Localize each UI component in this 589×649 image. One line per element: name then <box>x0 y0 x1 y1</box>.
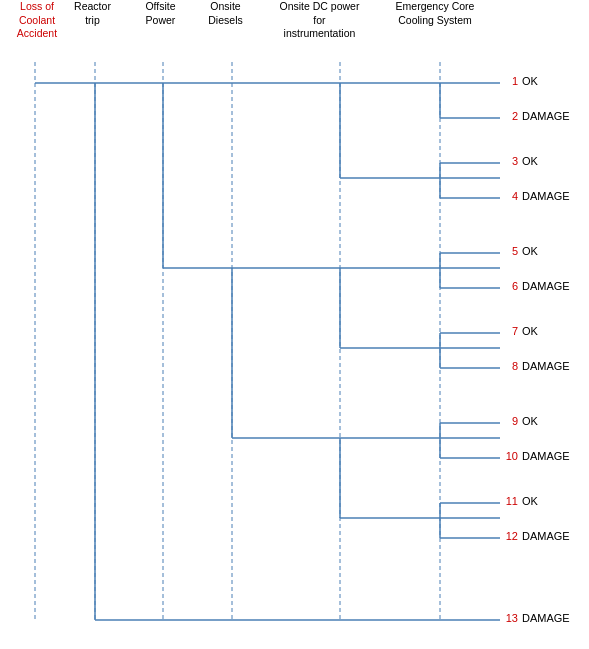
outcome-label-12: DAMAGE <box>522 530 570 542</box>
outcome-label-13: DAMAGE <box>522 612 570 624</box>
outcome-number-3: 3 <box>498 155 518 167</box>
outcome-number-8: 8 <box>498 360 518 372</box>
outcome-label-4: DAMAGE <box>522 190 570 202</box>
outcome-label-11: OK <box>522 495 538 507</box>
outcome-number-12: 12 <box>494 530 518 542</box>
outcome-label-1: OK <box>522 75 538 87</box>
outcome-number-11: 11 <box>494 495 518 507</box>
outcome-number-4: 4 <box>498 190 518 202</box>
outcome-number-1: 1 <box>498 75 518 87</box>
outcome-number-9: 9 <box>498 415 518 427</box>
outcome-label-8: DAMAGE <box>522 360 570 372</box>
outcome-number-10: 10 <box>494 450 518 462</box>
outcome-number-2: 2 <box>498 110 518 122</box>
outcome-number-5: 5 <box>498 245 518 257</box>
outcome-label-7: OK <box>522 325 538 337</box>
diagram-container: Loss ofCoolantAccident Reactortrip Offsi… <box>0 0 589 649</box>
outcome-number-6: 6 <box>498 280 518 292</box>
outcome-label-6: DAMAGE <box>522 280 570 292</box>
outcome-label-5: OK <box>522 245 538 257</box>
outcome-label-9: OK <box>522 415 538 427</box>
outcome-label-2: DAMAGE <box>522 110 570 122</box>
outcome-number-7: 7 <box>498 325 518 337</box>
outcome-number-13: 13 <box>494 612 518 624</box>
outcome-label-3: OK <box>522 155 538 167</box>
outcome-label-10: DAMAGE <box>522 450 570 462</box>
